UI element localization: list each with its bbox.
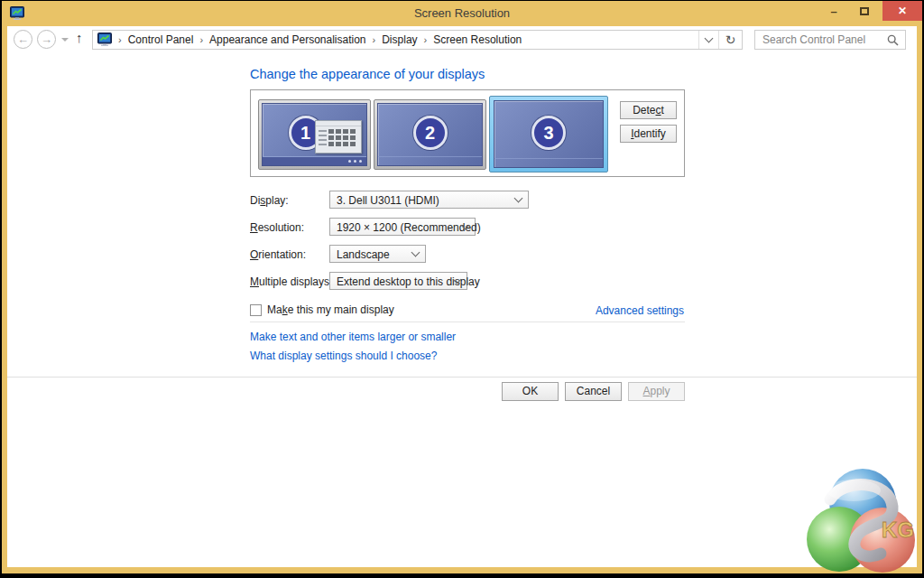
breadcrumb-separator-icon: › bbox=[421, 34, 430, 45]
breadcrumb-separator-icon: › bbox=[197, 34, 206, 45]
address-bar[interactable]: › Control Panel › Appearance and Persona… bbox=[92, 30, 743, 50]
minimize-icon: – bbox=[830, 5, 836, 18]
kitguru-watermark-logo: KG bbox=[807, 467, 917, 578]
taskbar-dots-icon bbox=[348, 160, 362, 163]
forward-button[interactable]: → bbox=[37, 30, 56, 49]
make-text-larger-link[interactable]: Make text and other items larger or smal… bbox=[250, 331, 456, 343]
window-thumbnail bbox=[315, 120, 362, 154]
breadcrumb-appearance[interactable]: Appearance and Personalisation bbox=[206, 33, 369, 46]
history-dropdown-icon[interactable] bbox=[61, 38, 69, 42]
refresh-button[interactable]: ↻ bbox=[718, 31, 742, 49]
refresh-icon: ↻ bbox=[725, 33, 736, 47]
screen-resolution-window: Screen Resolution – ✕ ← → ↑ › Control Pa… bbox=[2, 1, 922, 573]
window-title: Screen Resolution bbox=[2, 6, 922, 20]
monitor-3-selected[interactable]: 3 bbox=[489, 96, 608, 172]
breadcrumb-control-panel[interactable]: Control Panel bbox=[125, 33, 198, 46]
identify-button[interactable]: Identify bbox=[620, 125, 677, 143]
breadcrumb-screen-resolution[interactable]: Screen Resolution bbox=[430, 33, 525, 46]
monitor-1-taskbar bbox=[263, 156, 366, 165]
main-display-checkbox[interactable] bbox=[250, 304, 262, 316]
address-dropdown-button[interactable] bbox=[698, 31, 718, 49]
chevron-down-icon bbox=[411, 248, 420, 257]
breadcrumb-display[interactable]: Display bbox=[378, 33, 420, 46]
orientation-select-value: Landscape bbox=[337, 248, 390, 261]
resolution-select-value: 1920 × 1200 (Recommended) bbox=[337, 221, 481, 234]
up-icon: ↑ bbox=[76, 30, 83, 45]
button-row-divider bbox=[7, 377, 917, 378]
monitor-3-number-badge: 3 bbox=[531, 116, 566, 150]
desktop-background: { "window": { "title": "Screen Resolutio… bbox=[0, 0, 924, 578]
monitor-2-screen: 2 bbox=[377, 103, 483, 166]
section-divider bbox=[250, 322, 685, 322]
window-client-area: ← → ↑ › Control Panel › Appearance and P… bbox=[7, 26, 917, 567]
monitor-1[interactable]: 1 bbox=[258, 99, 371, 170]
display-label: Display: bbox=[250, 194, 289, 207]
chevron-down-icon bbox=[705, 34, 714, 43]
forward-icon: → bbox=[41, 33, 52, 46]
display-select[interactable]: 3. Dell U3011 (HDMI) bbox=[329, 191, 529, 209]
watermark-text: KG bbox=[882, 517, 914, 542]
maximize-icon bbox=[860, 7, 869, 15]
monitor-3-screen: 3 bbox=[494, 100, 604, 168]
multiple-displays-select[interactable]: Extend desktop to this display bbox=[329, 272, 467, 290]
display-select-value: 3. Dell U3011 (HDMI) bbox=[337, 194, 439, 207]
display-preview-panel: 1 2 3 Detec bbox=[250, 89, 685, 177]
which-settings-help-link[interactable]: What display settings should I choose? bbox=[250, 350, 437, 362]
search-icon[interactable] bbox=[887, 34, 899, 46]
multiple-displays-label: Multiple displays: bbox=[250, 275, 332, 288]
close-button[interactable]: ✕ bbox=[882, 1, 922, 21]
main-display-checkbox-row: Make this my main display bbox=[250, 303, 394, 316]
close-icon: ✕ bbox=[898, 5, 907, 17]
monitor-2-number-badge: 2 bbox=[413, 116, 448, 150]
search-input[interactable] bbox=[755, 31, 882, 49]
ok-button[interactable]: OK bbox=[502, 382, 559, 401]
breadcrumb-separator-icon: › bbox=[116, 34, 125, 45]
breadcrumb-separator-icon: › bbox=[370, 34, 379, 45]
window-titlebar[interactable]: Screen Resolution – ✕ bbox=[2, 1, 922, 26]
detect-button[interactable]: Detect bbox=[620, 101, 677, 119]
apply-button-disabled[interactable]: Apply bbox=[628, 382, 685, 401]
minimize-button[interactable]: – bbox=[821, 1, 846, 21]
orientation-label: Orientation: bbox=[250, 248, 306, 261]
back-icon: ← bbox=[17, 33, 29, 46]
search-box bbox=[754, 30, 906, 50]
address-bar-controls: ↻ bbox=[698, 31, 742, 49]
up-button[interactable]: ↑ bbox=[76, 30, 83, 45]
back-button[interactable]: ← bbox=[14, 30, 32, 49]
orientation-select[interactable]: Landscape bbox=[329, 245, 426, 263]
resolution-select[interactable]: 1920 × 1200 (Recommended) bbox=[329, 218, 476, 236]
navigation-toolbar: ← → ↑ › Control Panel › Appearance and P… bbox=[7, 26, 917, 51]
maximize-button[interactable] bbox=[852, 1, 877, 21]
monitor-1-screen: 1 bbox=[262, 103, 367, 166]
resolution-label: Resolution: bbox=[250, 221, 304, 234]
advanced-settings-link[interactable]: Advanced settings bbox=[594, 304, 684, 317]
main-display-checkbox-label: Make this my main display bbox=[267, 303, 394, 316]
address-monitor-icon bbox=[97, 33, 112, 47]
cancel-button[interactable]: Cancel bbox=[565, 382, 622, 401]
chevron-down-icon bbox=[514, 194, 523, 203]
page-title: Change the appearance of your displays bbox=[250, 67, 485, 81]
monitor-2[interactable]: 2 bbox=[374, 99, 486, 170]
